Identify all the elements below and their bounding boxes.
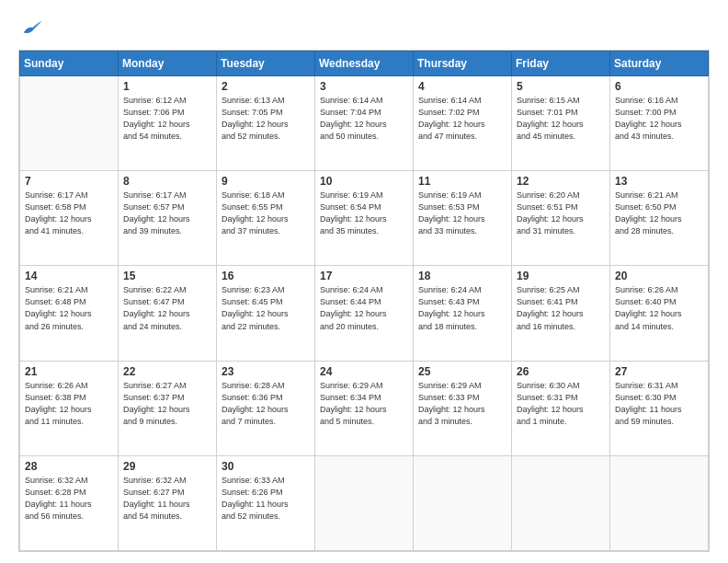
day-number: 30 — [222, 460, 310, 473]
day-number: 23 — [222, 365, 310, 378]
day-number: 7 — [25, 175, 113, 188]
calendar-cell: 11Sunrise: 6:19 AM Sunset: 6:53 PM Dayli… — [414, 171, 512, 266]
day-number: 3 — [320, 80, 408, 93]
day-header-friday: Friday — [512, 52, 610, 76]
day-info: Sunrise: 6:24 AM Sunset: 6:44 PM Dayligh… — [320, 284, 408, 332]
day-info: Sunrise: 6:20 AM Sunset: 6:51 PM Dayligh… — [517, 190, 605, 237]
day-info: Sunrise: 6:29 AM Sunset: 6:33 PM Dayligh… — [418, 380, 506, 428]
calendar-cell: 2Sunrise: 6:13 AM Sunset: 7:05 PM Daylig… — [217, 76, 315, 171]
day-number: 1 — [123, 80, 211, 93]
calendar-cell: 1Sunrise: 6:12 AM Sunset: 7:06 PM Daylig… — [119, 76, 217, 171]
day-info: Sunrise: 6:19 AM Sunset: 6:54 PM Dayligh… — [320, 190, 408, 237]
day-number: 28 — [25, 460, 113, 473]
calendar-cell: 30Sunrise: 6:33 AM Sunset: 6:26 PM Dayli… — [217, 455, 315, 550]
day-header-monday: Monday — [119, 52, 217, 76]
calendar-week-1: 1Sunrise: 6:12 AM Sunset: 7:06 PM Daylig… — [20, 76, 709, 171]
calendar-cell: 15Sunrise: 6:22 AM Sunset: 6:47 PM Dayli… — [119, 266, 217, 361]
day-number: 27 — [615, 365, 703, 378]
day-number: 15 — [123, 270, 211, 282]
day-info: Sunrise: 6:24 AM Sunset: 6:43 PM Dayligh… — [418, 284, 506, 332]
day-number: 5 — [517, 80, 605, 93]
calendar-header: SundayMondayTuesdayWednesdayThursdayFrid… — [20, 52, 709, 76]
calendar-cell — [610, 455, 709, 550]
calendar-cell: 26Sunrise: 6:30 AM Sunset: 6:31 PM Dayli… — [512, 361, 610, 455]
calendar-cell: 13Sunrise: 6:21 AM Sunset: 6:50 PM Dayli… — [610, 171, 709, 266]
day-number: 10 — [320, 175, 408, 188]
calendar-cell — [315, 455, 414, 550]
day-info: Sunrise: 6:23 AM Sunset: 6:45 PM Dayligh… — [222, 284, 310, 332]
calendar: SundayMondayTuesdayWednesdayThursdayFrid… — [18, 50, 710, 552]
day-info: Sunrise: 6:15 AM Sunset: 7:01 PM Dayligh… — [517, 95, 605, 143]
day-header-wednesday: Wednesday — [315, 52, 414, 76]
calendar-cell: 23Sunrise: 6:28 AM Sunset: 6:36 PM Dayli… — [217, 361, 315, 455]
calendar-week-5: 28Sunrise: 6:32 AM Sunset: 6:28 PM Dayli… — [20, 455, 709, 550]
day-number: 22 — [123, 365, 211, 378]
day-info: Sunrise: 6:26 AM Sunset: 6:40 PM Dayligh… — [615, 284, 703, 332]
day-number: 12 — [517, 175, 605, 188]
calendar-cell: 9Sunrise: 6:18 AM Sunset: 6:55 PM Daylig… — [217, 171, 315, 266]
day-number: 2 — [222, 80, 310, 93]
calendar-cell: 10Sunrise: 6:19 AM Sunset: 6:54 PM Dayli… — [315, 171, 414, 266]
day-info: Sunrise: 6:27 AM Sunset: 6:37 PM Dayligh… — [123, 380, 211, 428]
calendar-cell: 17Sunrise: 6:24 AM Sunset: 6:44 PM Dayli… — [315, 266, 414, 361]
calendar-cell: 5Sunrise: 6:15 AM Sunset: 7:01 PM Daylig… — [512, 76, 610, 171]
calendar-cell: 24Sunrise: 6:29 AM Sunset: 6:34 PM Dayli… — [315, 361, 414, 455]
day-number: 25 — [418, 365, 506, 378]
day-info: Sunrise: 6:13 AM Sunset: 7:05 PM Dayligh… — [222, 95, 310, 143]
day-number: 20 — [615, 270, 703, 282]
day-header-saturday: Saturday — [610, 52, 709, 76]
day-number: 18 — [418, 270, 506, 282]
day-info: Sunrise: 6:17 AM Sunset: 6:57 PM Dayligh… — [123, 190, 211, 237]
day-number: 21 — [25, 365, 113, 378]
day-info: Sunrise: 6:22 AM Sunset: 6:47 PM Dayligh… — [123, 284, 211, 332]
day-info: Sunrise: 6:33 AM Sunset: 6:26 PM Dayligh… — [222, 475, 310, 523]
calendar-cell: 27Sunrise: 6:31 AM Sunset: 6:30 PM Dayli… — [610, 361, 709, 455]
day-info: Sunrise: 6:31 AM Sunset: 6:30 PM Dayligh… — [615, 380, 703, 428]
calendar-cell: 3Sunrise: 6:14 AM Sunset: 7:04 PM Daylig… — [315, 76, 414, 171]
calendar-cell: 18Sunrise: 6:24 AM Sunset: 6:43 PM Dayli… — [414, 266, 512, 361]
day-info: Sunrise: 6:17 AM Sunset: 6:58 PM Dayligh… — [25, 190, 113, 237]
day-info: Sunrise: 6:21 AM Sunset: 6:50 PM Dayligh… — [615, 190, 703, 237]
calendar-cell: 21Sunrise: 6:26 AM Sunset: 6:38 PM Dayli… — [20, 361, 119, 455]
day-info: Sunrise: 6:32 AM Sunset: 6:28 PM Dayligh… — [25, 475, 113, 523]
calendar-cell: 19Sunrise: 6:25 AM Sunset: 6:41 PM Dayli… — [512, 266, 610, 361]
day-info: Sunrise: 6:26 AM Sunset: 6:38 PM Dayligh… — [25, 380, 113, 428]
calendar-cell: 12Sunrise: 6:20 AM Sunset: 6:51 PM Dayli… — [512, 171, 610, 266]
day-number: 8 — [123, 175, 211, 188]
day-number: 11 — [418, 175, 506, 188]
day-info: Sunrise: 6:12 AM Sunset: 7:06 PM Dayligh… — [123, 95, 211, 143]
calendar-cell: 14Sunrise: 6:21 AM Sunset: 6:48 PM Dayli… — [20, 266, 119, 361]
day-info: Sunrise: 6:21 AM Sunset: 6:48 PM Dayligh… — [25, 284, 113, 332]
calendar-cell — [512, 455, 610, 550]
day-info: Sunrise: 6:19 AM Sunset: 6:53 PM Dayligh… — [418, 190, 506, 237]
calendar-cell: 4Sunrise: 6:14 AM Sunset: 7:02 PM Daylig… — [414, 76, 512, 171]
calendar-cell: 6Sunrise: 6:16 AM Sunset: 7:00 PM Daylig… — [610, 76, 709, 171]
calendar-cell: 28Sunrise: 6:32 AM Sunset: 6:28 PM Dayli… — [20, 455, 119, 550]
day-number: 19 — [517, 270, 605, 282]
calendar-cell: 20Sunrise: 6:26 AM Sunset: 6:40 PM Dayli… — [610, 266, 709, 361]
logo-bird-icon — [18, 15, 44, 40]
calendar-cell: 16Sunrise: 6:23 AM Sunset: 6:45 PM Dayli… — [217, 266, 315, 361]
day-info: Sunrise: 6:32 AM Sunset: 6:27 PM Dayligh… — [123, 475, 211, 523]
calendar-cell: 29Sunrise: 6:32 AM Sunset: 6:27 PM Dayli… — [119, 455, 217, 550]
header — [18, 15, 710, 40]
day-number: 14 — [25, 270, 113, 282]
day-info: Sunrise: 6:29 AM Sunset: 6:34 PM Dayligh… — [320, 380, 408, 428]
calendar-cell: 8Sunrise: 6:17 AM Sunset: 6:57 PM Daylig… — [119, 171, 217, 266]
day-number: 26 — [517, 365, 605, 378]
day-number: 13 — [615, 175, 703, 188]
day-number: 4 — [418, 80, 506, 93]
day-header-tuesday: Tuesday — [217, 52, 315, 76]
calendar-cell: 22Sunrise: 6:27 AM Sunset: 6:37 PM Dayli… — [119, 361, 217, 455]
day-info: Sunrise: 6:25 AM Sunset: 6:41 PM Dayligh… — [517, 284, 605, 332]
day-header-thursday: Thursday — [414, 52, 512, 76]
calendar-cell — [414, 455, 512, 550]
day-number: 6 — [615, 80, 703, 93]
day-header-sunday: Sunday — [20, 52, 119, 76]
day-info: Sunrise: 6:14 AM Sunset: 7:04 PM Dayligh… — [320, 95, 408, 143]
day-info: Sunrise: 6:14 AM Sunset: 7:02 PM Dayligh… — [418, 95, 506, 143]
day-info: Sunrise: 6:30 AM Sunset: 6:31 PM Dayligh… — [517, 380, 605, 428]
day-number: 24 — [320, 365, 408, 378]
calendar-cell — [20, 76, 119, 171]
calendar-week-4: 21Sunrise: 6:26 AM Sunset: 6:38 PM Dayli… — [20, 361, 709, 455]
